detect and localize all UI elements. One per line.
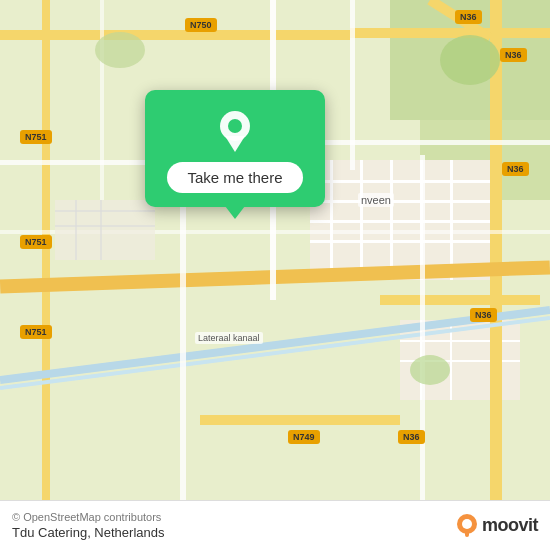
road-label-n749: N749: [288, 430, 320, 444]
svg-marker-46: [225, 136, 245, 152]
svg-rect-31: [300, 140, 550, 145]
road-label-n751-1: N751: [20, 130, 52, 144]
location-title: Tdu Catering, Netherlands: [12, 525, 164, 540]
svg-rect-38: [55, 225, 155, 227]
road-label-n751-2: N751: [20, 235, 52, 249]
svg-rect-9: [360, 160, 363, 280]
road-label-n36-right: N36: [502, 162, 529, 176]
svg-rect-6: [310, 220, 490, 223]
road-label-n36-top2: N36: [500, 48, 527, 62]
moovit-pin-icon: [456, 513, 478, 539]
svg-rect-22: [42, 0, 50, 500]
svg-rect-32: [350, 0, 355, 170]
svg-rect-35: [420, 155, 425, 500]
svg-rect-7: [310, 240, 490, 243]
location-pin-icon: [213, 108, 257, 152]
svg-point-43: [95, 32, 145, 68]
svg-rect-21: [380, 295, 540, 305]
road-label-n36-bottom: N36: [398, 430, 425, 444]
svg-rect-34: [100, 0, 104, 200]
svg-point-42: [410, 355, 450, 385]
svg-rect-19: [350, 28, 550, 38]
svg-rect-12: [450, 160, 453, 280]
svg-point-48: [462, 519, 472, 529]
svg-rect-5: [310, 200, 490, 203]
svg-point-45: [228, 119, 242, 133]
map-container: N750 N36 N36 N751 N751 N751 N36 N36 N749…: [0, 0, 550, 500]
svg-rect-4: [310, 180, 490, 183]
map-svg: [0, 0, 550, 500]
road-label-nveen: nveen: [358, 193, 394, 207]
moovit-logo-text: moovit: [482, 515, 538, 536]
road-label-n750: N750: [185, 18, 217, 32]
svg-rect-25: [200, 415, 400, 425]
svg-rect-10: [390, 160, 393, 280]
moovit-logo: moovit: [456, 513, 538, 539]
svg-rect-37: [55, 210, 155, 212]
svg-rect-36: [55, 200, 155, 260]
popup-card: Take me there: [145, 90, 325, 207]
svg-rect-39: [75, 200, 77, 260]
road-label-canal: Lateraal kanaal: [195, 332, 263, 344]
road-label-n751-3: N751: [20, 325, 52, 339]
svg-point-41: [440, 35, 500, 85]
svg-rect-8: [330, 160, 333, 280]
road-label-n36-top: N36: [455, 10, 482, 24]
svg-rect-23: [0, 30, 350, 40]
copyright-text: © OpenStreetMap contributors: [12, 511, 164, 523]
road-label-n36-mid: N36: [470, 308, 497, 322]
footer-bar: © OpenStreetMap contributors Tdu Caterin…: [0, 500, 550, 550]
svg-rect-40: [100, 200, 102, 260]
take-me-there-button[interactable]: Take me there: [167, 162, 302, 193]
svg-rect-49: [465, 531, 469, 537]
